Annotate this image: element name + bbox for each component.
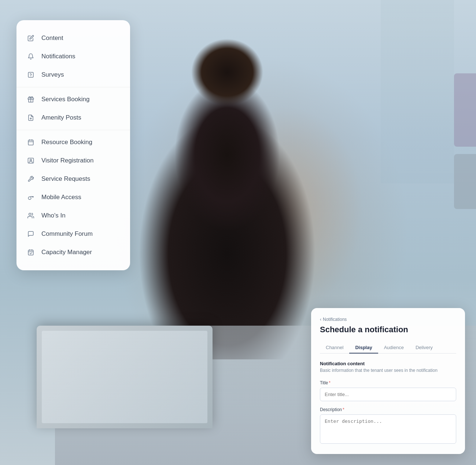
breadcrumb-label[interactable]: Notifications: [323, 317, 347, 322]
sidebar-item-mobile-access[interactable]: Mobile Access: [16, 188, 130, 206]
sidebar-item-surveys[interactable]: Surveys: [16, 66, 130, 84]
sidebar-label-content: Content: [41, 34, 63, 42]
sidebar-label-resource-booking: Resource Booking: [41, 139, 92, 146]
calendar-icon: [27, 138, 35, 146]
panel-title: Schedule a notification: [320, 325, 456, 334]
sidebar-label-service-requests: Service Requests: [41, 175, 90, 183]
sidebar-item-whos-in[interactable]: Who's In: [16, 206, 130, 225]
section-title: Notification content: [320, 361, 456, 366]
description-input[interactable]: [320, 414, 456, 444]
breadcrumb-chevron: ‹: [320, 317, 321, 322]
amenity-icon: [27, 114, 35, 122]
sidebar-label-notifications: Notifications: [41, 53, 75, 60]
tab-display[interactable]: Display: [349, 342, 378, 353]
sidebar-card: Content Notifications Surveys: [16, 20, 130, 270]
services-icon: [27, 95, 35, 103]
sidebar-label-whos-in: Who's In: [41, 212, 66, 219]
sidebar-item-capacity-manager[interactable]: Capacity Manager: [16, 243, 130, 261]
description-required-star: *: [343, 407, 344, 412]
forum-icon: [27, 230, 35, 238]
laptop: [37, 326, 213, 428]
wrench-icon: [27, 175, 35, 183]
tab-channel[interactable]: Channel: [320, 342, 349, 353]
person-figure: [117, 29, 337, 359]
svg-rect-17: [28, 250, 33, 255]
divider-1: [16, 87, 130, 87]
sidebar-item-content[interactable]: Content: [16, 29, 130, 47]
sidebar-item-resource-booking[interactable]: Resource Booking: [16, 133, 130, 151]
laptop-screen: [42, 331, 207, 423]
svg-point-11: [30, 159, 32, 161]
visitor-icon: [27, 157, 35, 165]
key-icon: [27, 193, 35, 201]
svg-rect-0: [28, 72, 33, 77]
divider-2: [16, 130, 130, 130]
sidebar-label-community-forum: Community Forum: [41, 230, 93, 238]
sidebar-label-capacity-manager: Capacity Manager: [41, 249, 92, 256]
deco-panel-1: [454, 73, 476, 147]
breadcrumb: ‹ Notifications: [320, 317, 456, 322]
sidebar-item-community-forum[interactable]: Community Forum: [16, 225, 130, 243]
title-required-star: *: [329, 380, 331, 385]
title-field-label: Title*: [320, 380, 456, 385]
sidebar-item-notifications[interactable]: Notifications: [16, 47, 130, 66]
bg-glass-effect: [381, 0, 454, 183]
section-desc: Basic information that the tenant user s…: [320, 368, 456, 373]
sidebar-label-services-booking: Services Booking: [41, 96, 89, 103]
sidebar-label-visitor-registration: Visitor Registration: [41, 157, 93, 164]
capacity-icon: [27, 248, 35, 256]
svg-rect-6: [28, 140, 33, 145]
deco-panel-2: [454, 154, 476, 209]
tab-audience[interactable]: Audience: [378, 342, 410, 353]
tabs-row: Channel Display Audience Delivery: [320, 342, 456, 354]
sidebar-item-visitor-registration[interactable]: Visitor Registration: [16, 151, 130, 170]
question-icon: [27, 71, 35, 79]
pencil-icon: [27, 34, 35, 42]
bell-icon: [27, 52, 35, 61]
sidebar-label-amenity-posts: Amenity Posts: [41, 114, 81, 121]
sidebar-item-service-requests[interactable]: Service Requests: [16, 170, 130, 188]
sidebar-label-surveys: Surveys: [41, 71, 64, 78]
title-input[interactable]: [320, 388, 456, 401]
svg-point-16: [29, 213, 31, 215]
svg-point-12: [28, 197, 31, 200]
sidebar-item-amenity-posts[interactable]: Amenity Posts: [16, 109, 130, 127]
sidebar-label-mobile-access: Mobile Access: [41, 194, 81, 201]
sidebar-item-services-booking[interactable]: Services Booking: [16, 90, 130, 109]
tab-delivery[interactable]: Delivery: [410, 342, 439, 353]
notification-panel: ‹ Notifications Schedule a notification …: [311, 308, 465, 454]
description-field-label: Description*: [320, 407, 456, 412]
whos-in-icon: [27, 212, 35, 220]
